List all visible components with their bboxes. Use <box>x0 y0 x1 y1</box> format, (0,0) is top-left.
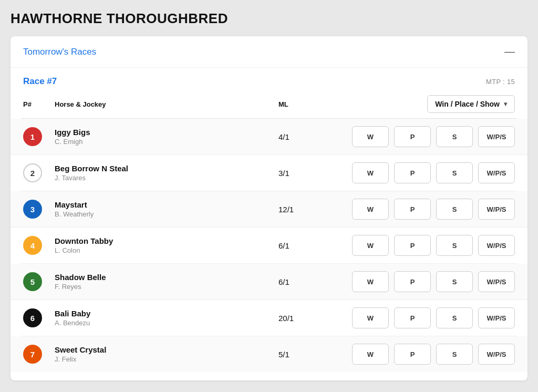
post-badge: 2 <box>23 163 55 182</box>
bet-button-w-p/s[interactable]: W/P/S <box>478 199 515 220</box>
col-post-header: P# <box>23 100 55 108</box>
post-badge: 3 <box>23 200 55 219</box>
race-header-row: Race #7 MTP : 15 <box>21 68 517 92</box>
horse-name: Sweet Crystal <box>55 345 278 354</box>
bet-button-s[interactable]: S <box>436 199 473 220</box>
horse-name: Downton Tabby <box>55 236 278 245</box>
bet-button-w-p/s[interactable]: W/P/S <box>478 271 515 292</box>
post-badge: 7 <box>23 345 55 364</box>
horse-info: Iggy BigsC. Emigh <box>55 128 278 146</box>
horse-name: Iggy Bigs <box>55 128 278 137</box>
bet-button-w[interactable]: W <box>352 307 389 328</box>
post-number: 5 <box>23 272 42 291</box>
ml-odds: 5/1 <box>278 350 326 359</box>
bet-button-s[interactable]: S <box>436 344 473 365</box>
jockey-name: C. Emigh <box>55 138 278 146</box>
race-content: Race #7 MTP : 15 P# Horse & Jockey ML Wi… <box>11 68 527 380</box>
horse-info: Downton TabbyL. Colon <box>55 236 278 254</box>
post-number: 7 <box>23 345 42 364</box>
bet-button-w[interactable]: W <box>352 199 389 220</box>
jockey-name: L. Colon <box>55 246 278 254</box>
chevron-down-icon: ▾ <box>504 100 507 108</box>
bet-buttons-group: WPSW/P/S <box>326 235 515 256</box>
post-number: 1 <box>23 127 42 146</box>
post-number: 3 <box>23 200 42 219</box>
bet-buttons-group: WPSW/P/S <box>326 126 515 147</box>
table-row: 5Shadow BelleF. Reyes6/1WPSW/P/S <box>11 264 527 300</box>
bet-button-w[interactable]: W <box>352 344 389 365</box>
page-wrapper: HAWTHORNE THOROUGHBRED Tomorrow's Races … <box>11 11 527 380</box>
bet-button-w-p/s[interactable]: W/P/S <box>478 344 515 365</box>
bet-button-w-p/s[interactable]: W/P/S <box>478 307 515 328</box>
ml-odds: 6/1 <box>278 277 326 286</box>
page-title: HAWTHORNE THOROUGHBRED <box>11 11 527 27</box>
bet-button-w[interactable]: W <box>352 126 389 147</box>
bet-button-w[interactable]: W <box>352 271 389 292</box>
bet-type-label: Win / Place / Show <box>435 100 500 108</box>
bet-button-s[interactable]: S <box>436 307 473 328</box>
bet-button-w[interactable]: W <box>352 235 389 256</box>
jockey-name: J. Tavares <box>55 174 278 182</box>
bet-button-p[interactable]: P <box>394 344 431 365</box>
bet-buttons-group: WPSW/P/S <box>326 162 515 183</box>
table-row: 1Iggy BigsC. Emigh4/1WPSW/P/S <box>11 119 527 155</box>
bet-buttons-group: WPSW/P/S <box>326 344 515 365</box>
accordion-header[interactable]: Tomorrow's Races — <box>11 36 527 68</box>
table-row: 7Sweet CrystalJ. Felix5/1WPSW/P/S <box>11 336 527 372</box>
ml-odds: 4/1 <box>278 132 326 141</box>
horse-info: Beg Borrow N StealJ. Tavares <box>55 164 278 182</box>
bet-button-s[interactable]: S <box>436 162 473 183</box>
ml-odds: 6/1 <box>278 241 326 250</box>
post-badge: 4 <box>23 236 55 255</box>
bet-button-p[interactable]: P <box>394 199 431 220</box>
table-row: 3MaystartB. Weatherly12/1WPSW/P/S <box>11 191 527 228</box>
bet-button-w-p/s[interactable]: W/P/S <box>478 126 515 147</box>
bet-buttons-group: WPSW/P/S <box>326 271 515 292</box>
horse-info: MaystartB. Weatherly <box>55 200 278 218</box>
bet-button-s[interactable]: S <box>436 235 473 256</box>
col-ml-header: ML <box>278 100 326 108</box>
bet-button-p[interactable]: P <box>394 271 431 292</box>
col-bet-header: Win / Place / Show ▾ <box>326 95 515 113</box>
bet-button-p[interactable]: P <box>394 126 431 147</box>
post-number: 2 <box>23 163 42 182</box>
ml-odds: 20/1 <box>278 314 326 323</box>
jockey-name: B. Weatherly <box>55 210 278 218</box>
bet-button-w[interactable]: W <box>352 162 389 183</box>
post-badge: 6 <box>23 308 55 327</box>
horse-info: Shadow BelleF. Reyes <box>55 273 278 291</box>
table-row: 2Beg Borrow N StealJ. Tavares3/1WPSW/P/S <box>21 155 517 191</box>
accordion-title: Tomorrow's Races <box>23 47 96 57</box>
jockey-name: F. Reyes <box>55 283 278 291</box>
horse-info: Bali BabyA. Bendezu <box>55 309 278 327</box>
horse-name: Beg Borrow N Steal <box>55 164 278 173</box>
horses-table: 1Iggy BigsC. Emigh4/1WPSW/P/S2Beg Borrow… <box>21 119 517 372</box>
bet-button-p[interactable]: P <box>394 307 431 328</box>
bet-button-p[interactable]: P <box>394 235 431 256</box>
accordion-collapse-icon: — <box>504 46 515 58</box>
bet-button-w-p/s[interactable]: W/P/S <box>478 235 515 256</box>
bet-button-p[interactable]: P <box>394 162 431 183</box>
table-row: 4Downton TabbyL. Colon6/1WPSW/P/S <box>21 228 517 264</box>
jockey-name: J. Felix <box>55 355 278 363</box>
bet-buttons-group: WPSW/P/S <box>326 307 515 328</box>
post-number: 4 <box>23 236 42 255</box>
table-header: P# Horse & Jockey ML Win / Place / Show … <box>21 92 517 119</box>
ml-odds: 3/1 <box>278 169 326 178</box>
ml-odds: 12/1 <box>278 205 326 214</box>
horse-info: Sweet CrystalJ. Felix <box>55 345 278 363</box>
bet-buttons-group: WPSW/P/S <box>326 199 515 220</box>
post-badge: 5 <box>23 272 55 291</box>
col-horse-header: Horse & Jockey <box>55 100 278 108</box>
bet-button-s[interactable]: S <box>436 271 473 292</box>
post-number: 6 <box>23 308 42 327</box>
horse-name: Maystart <box>55 200 278 209</box>
accordion-card: Tomorrow's Races — Race #7 MTP : 15 P# H… <box>11 36 527 380</box>
horse-name: Bali Baby <box>55 309 278 318</box>
bet-button-s[interactable]: S <box>436 126 473 147</box>
mtp-label: MTP : 15 <box>486 78 515 86</box>
bet-type-dropdown[interactable]: Win / Place / Show ▾ <box>427 95 515 113</box>
table-row: 6Bali BabyA. Bendezu20/1WPSW/P/S <box>21 300 517 336</box>
bet-button-w-p/s[interactable]: W/P/S <box>478 162 515 183</box>
jockey-name: A. Bendezu <box>55 319 278 327</box>
